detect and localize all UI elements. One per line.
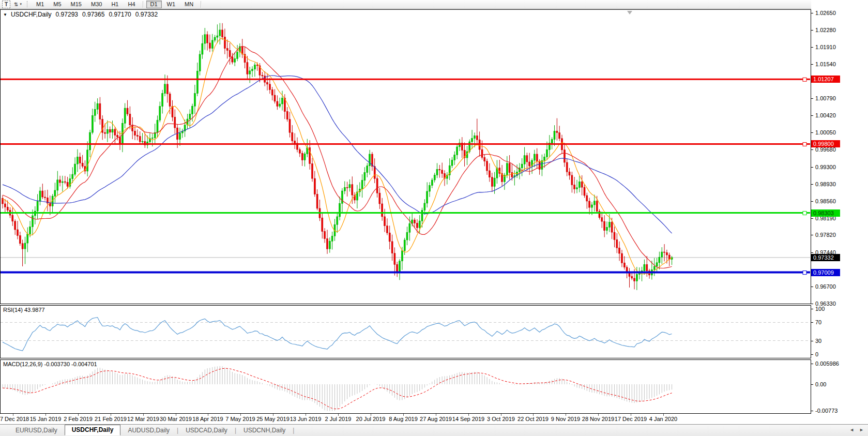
price-tick — [811, 149, 813, 150]
price-tick-label: 1.02650 — [815, 10, 836, 16]
text-tool-button[interactable]: T — [2, 1, 10, 8]
price-tick-label: 0.98560 — [815, 198, 836, 204]
tab-separator: | — [293, 427, 294, 434]
toolbar-grip — [27, 1, 28, 7]
timeframe-button-m5[interactable]: M5 — [49, 1, 65, 8]
timeframe-toolbar: T ⇅ ▾ M1M5M15M30H1H4D1W1MN — [0, 0, 868, 9]
rsi-tick — [811, 341, 813, 341]
rsi-tick-label: 0 — [815, 351, 818, 357]
price-tick — [811, 98, 813, 99]
price-tick-label: 1.00420 — [815, 112, 836, 118]
level-price-badge: 0.97009 — [811, 269, 840, 276]
timeframe-button-m15[interactable]: M15 — [67, 1, 86, 8]
date-tick-label: 17 Dec 2019 — [615, 416, 647, 422]
ohlc-low: 0.97170 — [109, 11, 131, 18]
price-tick-label: 1.01540 — [815, 61, 836, 67]
price-tick — [811, 218, 813, 219]
date-tick-label: 18 Apr 2019 — [192, 416, 223, 422]
rsi-tick-label: 30 — [815, 338, 821, 344]
rsi-tick-label: 100 — [815, 306, 825, 312]
timeframe-button-h4[interactable]: H4 — [124, 1, 139, 8]
timeframe-button-h1[interactable]: H1 — [107, 1, 123, 8]
price-tick — [811, 47, 813, 48]
rsi-tick-label: 70 — [815, 319, 821, 325]
chart-tab-eurusd[interactable]: EURUSD,Daily — [8, 425, 65, 435]
tab-scroll-left-icon[interactable]: ◄ — [849, 427, 854, 432]
rsi-canvas[interactable] — [1, 306, 811, 358]
date-tick-label: 30 Mar 2019 — [160, 416, 192, 422]
rsi-tick — [811, 322, 813, 323]
timeframe-button-d1[interactable]: D1 — [146, 1, 162, 8]
arrows-icon: ⇅ — [14, 2, 18, 7]
moving-average-8 — [3, 38, 672, 274]
date-tick-label: 13 Jun 2019 — [290, 416, 322, 422]
price-tick — [811, 30, 813, 31]
macd-canvas[interactable] — [1, 360, 811, 413]
price-tick — [811, 287, 813, 287]
price-tick — [811, 13, 813, 13]
symbol-expander-icon[interactable]: ▼ — [3, 12, 7, 17]
arrows-tool-button[interactable]: ⇅ ▾ — [12, 1, 24, 8]
date-tick-label: 14 Sep 2019 — [452, 416, 484, 422]
price-tick — [811, 252, 813, 253]
price-tick — [811, 64, 813, 65]
macd-tick — [811, 411, 813, 411]
price-tick-label: 0.96700 — [815, 283, 836, 290]
timeframe-button-w1[interactable]: W1 — [163, 1, 180, 8]
date-tick-label: 2 Feb 2019 — [64, 416, 93, 422]
price-tick-label: 0.98930 — [815, 181, 836, 187]
date-tick-label: 28 Nov 2019 — [582, 416, 614, 422]
macd-tick-label: 0.005986 — [815, 360, 839, 367]
chart-tab-usdchf[interactable]: USDCHF,Daily — [65, 425, 121, 435]
date-tick-label: 27 Aug 2019 — [420, 416, 452, 422]
price-tick-label: 1.01910 — [815, 44, 836, 50]
date-tick-label: 4 Jan 2020 — [649, 416, 677, 422]
price-tick-label: 1.02280 — [815, 27, 836, 33]
date-tick-label: 2 Jul 2019 — [325, 416, 352, 422]
mt4-chart-window: T ⇅ ▾ M1M5M15M30H1H4D1W1MN ▼ USDCHF,Dail… — [0, 0, 868, 436]
date-tick-label: 20 Jul 2019 — [356, 416, 386, 422]
text-tool-icon: T — [5, 2, 8, 7]
rsi-label: RSI(14) 43.9877 — [3, 307, 45, 313]
macd-label: MACD(12,26,9) -0.003730 -0.004701 — [3, 361, 97, 367]
price-tick-label: 1.00050 — [815, 129, 836, 136]
price-tick-label: 1.00790 — [815, 95, 836, 101]
chart-tab-usdcnh[interactable]: USDCNH,Daily — [236, 425, 293, 435]
date-tick-label: 25 May 2019 — [256, 416, 290, 422]
timeframe-button-mn[interactable]: MN — [180, 1, 197, 8]
timeframe-button-m1[interactable]: M1 — [32, 1, 48, 8]
timeframe-button-m30[interactable]: M30 — [87, 1, 106, 8]
level-price-badge: 0.99800 — [811, 140, 840, 147]
chart-header: ▼ USDCHF,Daily 0.97293 0.97365 0.97170 0… — [3, 11, 158, 18]
tab-scroll-buttons: ◄► — [849, 427, 864, 432]
tab-scroll-right-icon[interactable]: ► — [859, 427, 864, 432]
ohlc-close: 0.97332 — [135, 11, 158, 18]
date-tick-label: 9 Nov 2019 — [551, 416, 580, 422]
current-price-badge: 0.97332 — [811, 254, 840, 261]
price-chart-canvas[interactable] — [1, 10, 811, 304]
date-tick-label: 12 Mar 2019 — [127, 416, 159, 422]
price-tick — [811, 235, 813, 235]
price-tick — [811, 201, 813, 202]
price-tick — [811, 115, 813, 116]
price-tick — [811, 184, 813, 185]
timeframe-buttons: M1M5M15M30H1H4D1W1MN — [32, 0, 204, 9]
dropdown-caret-icon: ▾ — [20, 2, 22, 6]
date-tick-label: 22 Oct 2019 — [517, 416, 549, 422]
macd-histogram — [3, 366, 672, 411]
rsi-tick — [811, 354, 813, 355]
macd-tick — [811, 384, 813, 385]
chart-tab-audusd[interactable]: AUDUSD,Daily — [120, 425, 177, 435]
macd-tick — [811, 364, 813, 364]
price-axis[interactable]: 1.026501.022801.019101.015401.007901.004… — [811, 0, 868, 436]
date-tick-label: 3 Oct 2019 — [487, 416, 515, 422]
level-price-badge: 0.98303 — [811, 209, 840, 217]
toolbar-separator — [201, 1, 201, 8]
date-axis[interactable]: 27 Dec 201815 Jan 20192 Feb 201921 Feb 2… — [0, 414, 811, 424]
price-tick-label: 0.97820 — [815, 232, 836, 238]
chart-tab-usdcad[interactable]: USDCAD,Daily — [178, 425, 235, 435]
ohlc-high: 0.97365 — [82, 11, 104, 18]
price-tick — [811, 132, 813, 133]
macd-tick-label: 0.00 — [815, 381, 826, 387]
toolbar-separator — [143, 1, 143, 8]
